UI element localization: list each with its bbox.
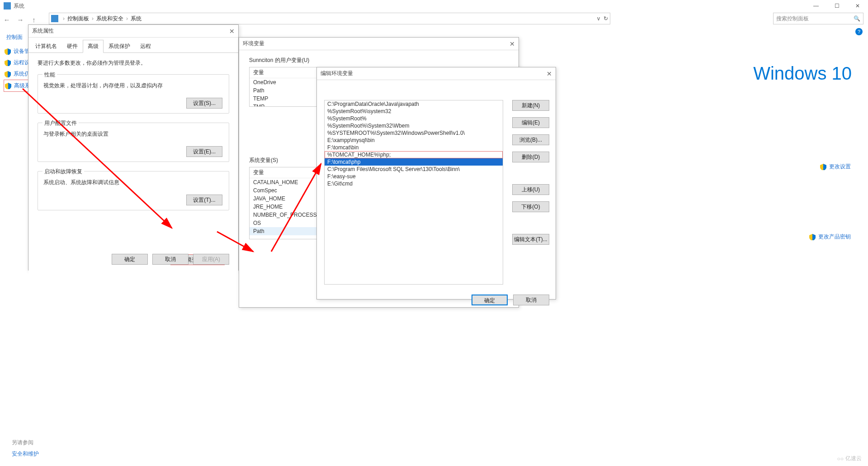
change-settings-link[interactable]: 更改设置 xyxy=(760,163,851,171)
maximize-button[interactable]: ☐ xyxy=(826,0,847,12)
path-row[interactable]: F:\tomcat\bin xyxy=(325,144,503,151)
address-refresh[interactable]: ↻ xyxy=(604,15,608,22)
profile-settings-button[interactable]: 设置(E)... xyxy=(186,146,222,157)
apply-button[interactable]: 应用(A) xyxy=(193,254,229,265)
new-button[interactable]: 新建(N) xyxy=(512,100,549,111)
dialog-titlebar[interactable]: 系统属性 ✕ xyxy=(28,25,238,38)
search-input[interactable]: 搜索控制面板 🔍 xyxy=(773,13,863,24)
dialog-title: 编辑环境变量 xyxy=(321,70,353,77)
tab-computer-name[interactable]: 计算机名 xyxy=(30,40,62,52)
address-icon xyxy=(51,15,58,22)
system-icon xyxy=(4,2,11,10)
path-row[interactable]: %SystemRoot%\system32 xyxy=(325,108,503,115)
edit-button[interactable]: 编辑(E) xyxy=(512,117,549,128)
delete-button[interactable]: 删除(D) xyxy=(512,152,549,162)
footer-heading: 另请参阅 xyxy=(12,439,39,447)
path-row[interactable]: E:\Git\cmd xyxy=(325,180,503,187)
edit-env-dialog: 编辑环境变量 ✕ C:\ProgramData\Oracle\Java\java… xyxy=(316,67,556,300)
path-row[interactable]: F:\tomcat\php xyxy=(325,158,503,166)
path-row[interactable]: C:\ProgramData\Oracle\Java\javapath xyxy=(325,100,503,108)
move-up-button[interactable]: 上移(U) xyxy=(512,184,549,195)
nav-up-button[interactable]: ↑ xyxy=(27,16,41,24)
dialog-titlebar[interactable]: 编辑环境变量 ✕ xyxy=(317,67,556,80)
close-button[interactable]: ✕ xyxy=(847,0,868,12)
ok-button[interactable]: 确定 xyxy=(472,295,508,305)
change-product-key-link[interactable]: 更改产品密钥 xyxy=(809,233,851,241)
shield-icon xyxy=(5,60,11,66)
startup-settings-button[interactable]: 设置(T)... xyxy=(186,195,222,205)
breadcrumb-sep: › xyxy=(61,15,66,22)
shield-icon xyxy=(5,71,11,77)
path-row[interactable]: E:\xampp\mysql\bin xyxy=(325,137,503,144)
address-dropdown[interactable]: v xyxy=(597,15,600,22)
nav-back-button[interactable]: ← xyxy=(0,16,14,24)
footer-link[interactable]: 安全和维护 xyxy=(12,450,39,458)
watermark: ○○亿速云 xyxy=(837,455,862,462)
dialog-title: 环境变量 xyxy=(243,40,264,48)
move-down-button[interactable]: 下移(O) xyxy=(512,201,549,212)
close-icon[interactable]: ✕ xyxy=(547,70,552,77)
dialog-titlebar[interactable]: 环境变量 ✕ xyxy=(239,38,519,50)
shield-icon xyxy=(5,83,11,89)
window-title: 系统 xyxy=(14,2,24,10)
shield-icon xyxy=(820,164,826,170)
tab-hardware[interactable]: 硬件 xyxy=(62,40,83,52)
path-row[interactable]: %SystemRoot% xyxy=(325,115,503,122)
address-bar[interactable]: › 控制面板 › 系统和安全 › 系统 v ↻ xyxy=(49,13,610,24)
breadcrumb-item[interactable]: 控制面板 xyxy=(66,15,90,23)
tab-strip: 计算机名 硬件 高级 系统保护 远程 xyxy=(28,38,238,53)
user-vars-label: Sunnciton 的用户变量(U) xyxy=(249,57,509,64)
path-list[interactable]: C:\ProgramData\Oracle\Java\javapath%Syst… xyxy=(324,100,503,285)
cancel-button[interactable]: 取消 xyxy=(152,254,189,265)
breadcrumb-item[interactable]: 系统和安全 xyxy=(95,15,124,23)
search-icon: 🔍 xyxy=(854,15,860,22)
shield-icon xyxy=(809,234,816,240)
minimize-button[interactable]: — xyxy=(806,0,826,12)
close-icon[interactable]: ✕ xyxy=(229,28,235,35)
windows10-logo: Windows 10 xyxy=(753,63,852,84)
startup-group: 启动和故障恢复 系统启动、系统故障和调试信息 设置(T)... xyxy=(38,171,229,210)
search-placeholder: 搜索控制面板 xyxy=(776,15,809,23)
dialog-title: 系统属性 xyxy=(32,27,54,35)
system-properties-dialog: 系统属性 ✕ 计算机名 硬件 高级 系统保护 远程 要进行大多数更改，你必须作为… xyxy=(28,24,239,271)
path-row[interactable]: C:\Program Files\Microsoft SQL Server\13… xyxy=(325,166,503,173)
path-row[interactable]: %SYSTEMROOT%\System32\WindowsPowerShell\… xyxy=(325,129,503,137)
perf-group: 性能 视觉效果，处理器计划，内存使用，以及虚拟内存 设置(S)... xyxy=(38,74,229,114)
admin-hint: 要进行大多数更改，你必须作为管理员登录。 xyxy=(38,59,229,67)
profile-group: 用户配置文件 与登录帐户相关的桌面设置 设置(E)... xyxy=(38,123,229,162)
nav-forward-button[interactable]: → xyxy=(14,16,27,24)
tab-protect[interactable]: 系统保护 xyxy=(104,40,135,52)
shield-icon xyxy=(5,48,11,55)
tab-remote[interactable]: 远程 xyxy=(135,40,156,52)
path-row[interactable]: %TOMCAT_HOME%\php; xyxy=(325,151,503,158)
cancel-button[interactable]: 取消 xyxy=(513,295,549,305)
breadcrumb-item[interactable]: 系统 xyxy=(130,15,142,23)
help-icon[interactable]: ? xyxy=(855,28,863,35)
footer: 另请参阅 安全和维护 xyxy=(12,439,39,458)
path-row[interactable]: F:\easy-sue xyxy=(325,173,503,180)
browse-button[interactable]: 浏览(B)... xyxy=(512,134,549,145)
edit-text-button[interactable]: 编辑文本(T)... xyxy=(512,234,549,245)
window-titlebar: 系统 — ☐ ✕ xyxy=(0,0,868,12)
path-row[interactable]: %SystemRoot%\System32\Wbem xyxy=(325,122,503,129)
close-icon[interactable]: ✕ xyxy=(509,40,515,48)
ok-button[interactable]: 确定 xyxy=(112,254,148,265)
perf-settings-button[interactable]: 设置(S)... xyxy=(186,98,222,109)
tab-advanced[interactable]: 高级 xyxy=(83,40,104,53)
